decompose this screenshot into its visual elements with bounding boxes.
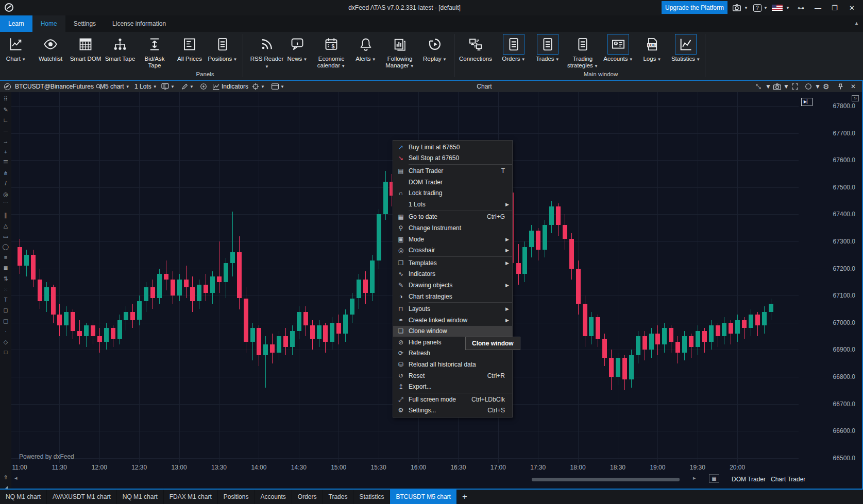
tool-rectangle[interactable]: ▭ (0, 231, 11, 241)
ribbon-item-bid-ask-tape[interactable]: Bid/Ask Tape (138, 34, 172, 77)
tool-brush[interactable]: ✎ (0, 105, 11, 115)
menu-item-mode[interactable]: ▣Mode▶ (393, 234, 512, 245)
close-chart-icon[interactable]: ✕ (851, 81, 856, 92)
workspace-tab[interactable]: Orders (292, 490, 323, 504)
workspace-tab[interactable]: NQ M1 chart (117, 490, 164, 504)
menu-item-chart-trader[interactable]: ▤Chart TraderT (393, 165, 512, 177)
tool-channel[interactable]: ∥ (0, 210, 11, 220)
ribbon-item-news[interactable]: News ▼ (280, 34, 314, 77)
ribbon-collapse-icon[interactable]: ▲ (854, 21, 859, 26)
ribbon-item-chart[interactable]: Chart ▼ (0, 34, 33, 77)
ribbon-item-statistics[interactable]: Statistics ▼ (669, 34, 703, 77)
ribbon-item-smart-tape[interactable]: Smart Tape (103, 34, 137, 77)
tool-square[interactable]: □ (0, 347, 11, 357)
workspace-tab[interactable]: Positions (218, 490, 255, 504)
tool-fib-extension[interactable]: ≣ (0, 263, 11, 273)
chart-screenshot-icon[interactable] (773, 81, 781, 92)
workspace-tab[interactable]: Accounts (255, 490, 292, 504)
timeframe-selector[interactable]: M5 chart▼ (100, 81, 130, 92)
menu-tab-license-information[interactable]: License information (104, 15, 174, 32)
instrument-selector[interactable]: BTCUSDT@BinanceFutures (15, 81, 102, 92)
ribbon-item-alerts[interactable]: Alerts ▼ (349, 34, 383, 77)
ribbon-item-rss-reader[interactable]: RSS Reader ▼ (250, 34, 284, 77)
tool-arc[interactable]: ⌒ (0, 199, 11, 210)
workspace-tab[interactable]: Trades (323, 490, 354, 504)
tool-range[interactable]: ⇅ (0, 273, 11, 284)
language-dropdown-caret[interactable]: ▼ (786, 3, 790, 13)
chart-trader-toggle[interactable]: Chart Trader (771, 476, 805, 483)
tool-fib-levels[interactable]: ≡ (0, 252, 11, 263)
theme-dropdown-caret[interactable]: ▼ (815, 81, 821, 92)
menu-tab-home[interactable]: Home (32, 15, 65, 32)
restore-button[interactable]: ❐ (832, 3, 838, 13)
workspace-tab-active[interactable]: BTCUSDT M5 chart (390, 490, 456, 504)
help-icon[interactable]: ? (753, 3, 762, 13)
scroll-right-arrow[interactable]: ▸ (693, 475, 696, 481)
minimize-button[interactable]: — (815, 3, 821, 13)
ribbon-item-following-manager[interactable]: Following Manager ▼ (383, 34, 417, 77)
crosshair-selector[interactable]: ▼ (252, 81, 265, 92)
menu-item-buy-limit[interactable]: ↗Buy Limit at 67650 (393, 142, 512, 153)
menu-item-lock-trading[interactable]: ∩Lock trading (393, 187, 512, 199)
go-to-realtime-button[interactable]: ▶▏ (801, 98, 813, 106)
upgrade-platform-button[interactable]: Upgrade the Platform (662, 1, 727, 14)
tool-triangle[interactable]: △ (0, 220, 11, 231)
session-calendar-icon[interactable]: ▦ (709, 474, 719, 483)
menu-tab-settings[interactable]: Settings (65, 15, 104, 32)
menu-item-lots[interactable]: 1 Lots▶ (393, 199, 512, 210)
ribbon-item-watchlist[interactable]: Watchlist (33, 34, 67, 77)
dock-window-icon[interactable]: ⤡ (756, 81, 761, 92)
dom-trader-toggle[interactable]: DOM Trader (732, 476, 766, 483)
menu-item-chart-strategies[interactable]: ◑Chart strategies (393, 291, 512, 302)
panels-selector[interactable]: ▼ (272, 81, 284, 92)
tool-pointer-up[interactable]: ⇧ (0, 472, 11, 482)
ribbon-item-orders[interactable]: Orders ▼ (497, 34, 531, 77)
help-dropdown-caret[interactable]: ▼ (764, 3, 768, 13)
tool-horizontal-line[interactable]: ─ (0, 126, 11, 136)
workspace-tab[interactable]: Statistics (353, 490, 390, 504)
tool-levels[interactable]: ☰ (0, 157, 11, 167)
menu-item-reset[interactable]: ↺ResetCtrl+R (393, 370, 512, 381)
tool-ellipse[interactable]: ◯ (0, 241, 11, 252)
menu-item-full-screen-mode[interactable]: ⤢Full screen modeCtrl+LDbClk (393, 394, 512, 405)
tool-dot[interactable]: · (0, 326, 11, 336)
menu-item-go-to-date[interactable]: ▦Go to dateCtrl+G (393, 212, 512, 223)
zoom-in-icon[interactable] (200, 81, 207, 92)
menu-item-templates[interactable]: ❐Templates▶ (393, 257, 512, 269)
tool-pitchfork[interactable]: ⋔ (0, 168, 11, 178)
ribbon-item-logs[interactable]: LOGLogs ▼ (635, 34, 669, 77)
snap-mode-button[interactable]: S (852, 95, 859, 101)
ribbon-item-economic-calendar[interactable]: $Economic calendar ▼ (314, 34, 348, 77)
scroll-left-arrow[interactable]: ◂ (14, 475, 18, 481)
screenshot-dropdown-caret[interactable]: ▼ (783, 81, 789, 92)
workspace-tab[interactable]: NQ M1 chart (0, 490, 47, 504)
close-button[interactable]: ✕ (849, 3, 855, 13)
tool-cross-line[interactable]: + (0, 147, 11, 157)
tool-diamond[interactable]: ◇ (0, 337, 11, 347)
screenshot-icon[interactable] (733, 3, 741, 13)
workspace-tab[interactable]: AVAXUSDT M1 chart (47, 490, 117, 504)
tool-fib-circle[interactable]: ◎ (0, 189, 11, 199)
menu-item-layouts[interactable]: ⊓Layouts▶ (393, 303, 512, 315)
indicators-button[interactable]: Indicators (212, 81, 248, 92)
tool-arrow-ray[interactable]: → (0, 136, 11, 146)
theme-circle-icon[interactable] (805, 81, 812, 92)
pin-window-icon[interactable]: ⊶ (798, 3, 804, 13)
menu-item-export[interactable]: ↥Export... (393, 381, 512, 392)
menu-item-crosshair[interactable]: ◎Crosshair▶ (393, 245, 512, 256)
ribbon-item-replay[interactable]: Replay ▼ (418, 34, 452, 77)
tool-angle[interactable]: ∟ (0, 115, 11, 125)
horizontal-scrollbar-thumb[interactable] (532, 478, 680, 481)
pin-chart-icon[interactable] (838, 81, 843, 92)
ribbon-item-connections[interactable]: Connections (459, 34, 493, 77)
menu-item-drawing-objects[interactable]: ✎Drawing objects▶ (393, 280, 512, 291)
menu-item-settings[interactable]: ⚙Settings...Ctrl+S (393, 405, 512, 416)
chart-settings-gear-icon[interactable]: ⚙ (823, 81, 830, 92)
screenshot-dropdown-caret[interactable]: ▼ (744, 3, 748, 13)
dock-dropdown-caret[interactable]: ▼ (765, 81, 771, 92)
language-flag-icon[interactable] (772, 5, 783, 11)
add-tab-button[interactable]: + (457, 490, 472, 504)
menu-item-change-instrument[interactable]: ⚲Change Instrument (393, 222, 512, 234)
dom-panel-selector[interactable]: ▼ (161, 81, 175, 92)
tool-grip[interactable]: ⠿ (0, 94, 11, 104)
